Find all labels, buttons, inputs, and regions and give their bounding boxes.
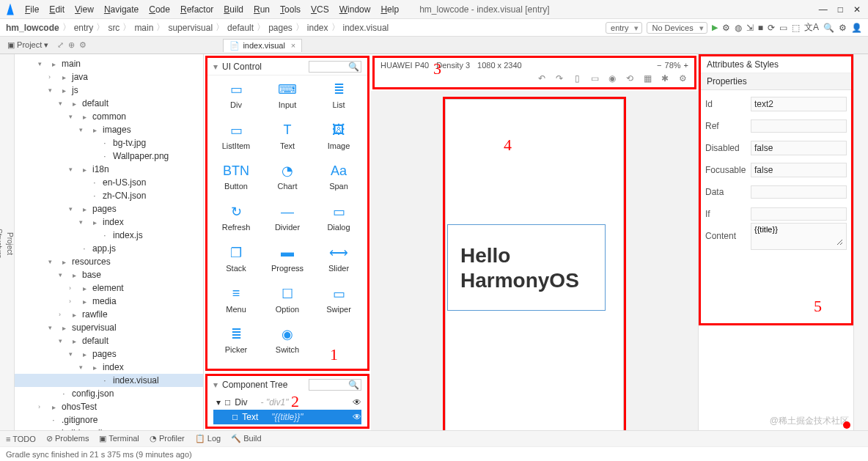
tree-node[interactable]: ·config.json — [15, 387, 203, 400]
terminal-button[interactable]: ▣ Terminal — [99, 434, 139, 443]
redo-icon[interactable]: ↷ — [553, 73, 565, 84]
problems-button[interactable]: ⊘ Problems — [46, 434, 89, 443]
tree-node[interactable]: ▾▸pages — [15, 347, 203, 361]
project-tool-button[interactable]: Project — [6, 57, 14, 430]
tree-node[interactable]: ▾▸supervisual — [15, 321, 203, 334]
maximize-icon[interactable]: □ — [838, 4, 843, 15]
tree-node[interactable]: ·en-US.json — [15, 176, 203, 189]
menu-file[interactable]: File — [21, 3, 43, 16]
property-input[interactable]: {{title}} — [751, 223, 847, 250]
collapse-icon[interactable]: ▾ — [213, 380, 218, 390]
ui-control-span[interactable]: AaSpan — [315, 163, 363, 199]
breadcrumb-item[interactable]: pages — [268, 23, 293, 33]
expand-icon[interactable]: ▾ — [216, 397, 221, 407]
menu-code[interactable]: Code — [144, 3, 174, 16]
ui-control-chart[interactable]: ◔Chart — [263, 163, 312, 199]
tab-close-icon[interactable]: × — [291, 41, 295, 50]
run-icon[interactable]: ▶ — [712, 23, 718, 32]
tablet-icon[interactable]: ▭ — [589, 73, 600, 84]
preview-text[interactable]: Hello HarmonyOS — [460, 243, 579, 292]
phone-icon[interactable]: ▯ — [571, 73, 583, 84]
tree-node[interactable]: ▾▸i18n — [15, 163, 203, 176]
menu-refactor[interactable]: Refactor — [176, 3, 218, 16]
debug-icon[interactable] — [722, 23, 730, 33]
zoom-out-icon[interactable]: − — [657, 61, 661, 70]
ui-control-button[interactable]: BTNButton — [212, 163, 260, 199]
settings-icon[interactable] — [839, 23, 847, 33]
log-button[interactable]: 📋 Log — [195, 434, 221, 443]
watch-icon[interactable]: ◉ — [606, 73, 618, 84]
theme-icon[interactable]: ✱ — [659, 73, 671, 84]
close-icon[interactable]: ✕ — [853, 4, 861, 15]
ui-control-swiper[interactable]: ▭Swiper — [315, 286, 363, 322]
ui-control-refresh[interactable]: ↻Refresh — [212, 204, 260, 240]
tree-node[interactable]: ▾▸index — [15, 215, 203, 229]
ui-control-listitem[interactable]: ▭ListItem — [212, 122, 260, 159]
tree-node[interactable]: ·Wallpaper.png — [15, 150, 203, 163]
design-canvas[interactable]: Hello HarmonyOS 4 — [371, 91, 698, 430]
property-input[interactable] — [751, 119, 847, 133]
tab-index-visual[interactable]: 📄 index.visual × — [223, 39, 302, 52]
ui-control-stack[interactable]: ❐Stack — [212, 245, 260, 281]
preview-settings-icon[interactable] — [677, 73, 688, 84]
ui-control-image[interactable]: 🖼Image — [315, 122, 363, 159]
tree-node[interactable]: ·.gitignore — [15, 413, 203, 427]
visibility-icon[interactable]: 👁 — [353, 397, 361, 407]
ui-control-dialog[interactable]: ▭Dialog — [315, 204, 363, 240]
module-selector[interactable]: entry — [606, 22, 642, 34]
breadcrumb-item[interactable]: main — [134, 23, 153, 33]
sdk-icon[interactable]: ⬚ — [792, 23, 800, 33]
tree-node[interactable]: ▾▸common — [15, 110, 203, 123]
breadcrumb-item[interactable]: default — [227, 23, 254, 33]
menu-run[interactable]: Run — [249, 3, 274, 16]
properties-section[interactable]: Properties — [701, 73, 851, 90]
menu-vcs[interactable]: VCS — [306, 3, 334, 16]
ui-control-input[interactable]: ⌨Input — [263, 81, 312, 118]
ui-control-list[interactable]: ≣List — [315, 81, 363, 118]
structure-tool-button[interactable]: Structure — [0, 57, 3, 430]
ui-control-div[interactable]: ▭Div — [212, 81, 260, 118]
tree-node[interactable]: ▾▸pages — [15, 202, 203, 215]
property-input[interactable]: false — [751, 163, 847, 177]
tree-node[interactable]: ▾▸resources — [15, 255, 203, 268]
ui-control-text[interactable]: TText — [263, 122, 312, 159]
tree-node[interactable]: ·index.js — [15, 229, 203, 242]
tree-node[interactable]: ·app.js — [15, 242, 203, 255]
grid-icon[interactable]: ▦ — [641, 73, 653, 84]
locate-icon[interactable]: ⊕ — [68, 40, 75, 50]
tree-node[interactable]: ▾▸default — [15, 334, 203, 347]
tree-node[interactable]: ▾▸js — [15, 84, 203, 97]
tree-node[interactable]: ▾▸base — [15, 268, 203, 281]
menu-help[interactable]: Help — [376, 3, 403, 16]
profile-icon[interactable]: ◍ — [735, 23, 742, 33]
account-icon[interactable]: 👤 — [851, 23, 862, 33]
ui-control-search[interactable]: 🔍 — [309, 61, 361, 73]
breadcrumb-item[interactable]: index — [307, 23, 328, 33]
project-tree[interactable]: ▾▸main›▸java▾▸js▾▸default▾▸common▾▸image… — [15, 54, 204, 430]
tree-node[interactable]: ▾▸index — [15, 361, 203, 374]
sync-icon[interactable]: ⟳ — [768, 23, 775, 33]
tree-node[interactable]: ·bg-tv.jpg — [15, 136, 203, 150]
tree-node[interactable]: ▾▸images — [15, 123, 203, 136]
minimize-icon[interactable]: — — [819, 4, 828, 15]
ui-control-picker[interactable]: ≣Picker — [212, 326, 260, 363]
property-input[interactable]: false — [751, 141, 847, 155]
tree-node[interactable]: ▾▸default — [15, 97, 203, 110]
ui-control-slider[interactable]: ⟷Slider — [315, 245, 363, 281]
tree-node[interactable]: ›▸java — [15, 70, 203, 84]
component-tree-row[interactable]: ▾□Div- "div1"👁 — [213, 395, 361, 410]
property-input[interactable]: text2 — [751, 97, 847, 111]
menu-tools[interactable]: Tools — [276, 3, 305, 16]
undo-icon[interactable]: ↶ — [536, 73, 548, 84]
stop-icon[interactable]: ■ — [758, 23, 763, 33]
ui-control-option[interactable]: ☐Option — [263, 286, 312, 322]
device-preview[interactable]: Hello HarmonyOS — [445, 99, 624, 430]
breadcrumb-item[interactable]: index.visual — [343, 23, 389, 33]
breadcrumb-item[interactable]: hm_lowcode — [6, 23, 59, 33]
view-settings-icon[interactable] — [79, 40, 87, 50]
breadcrumb-item[interactable]: entry — [74, 23, 94, 33]
build-button[interactable]: 🔨 Build — [231, 434, 262, 443]
locale-icon[interactable]: 文A — [804, 21, 819, 34]
property-input[interactable] — [751, 185, 847, 199]
menu-window[interactable]: Window — [335, 3, 375, 16]
